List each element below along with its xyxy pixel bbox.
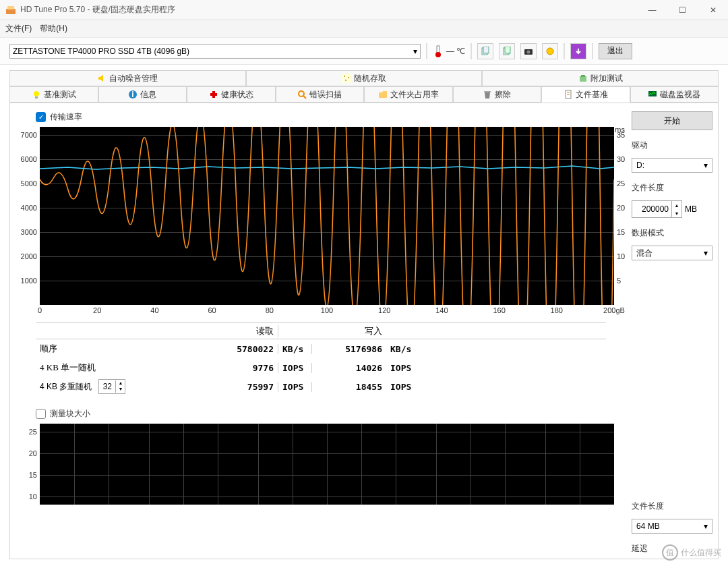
svg-rect-21: [210, 93, 217, 96]
block-size-checkbox[interactable]: [36, 409, 46, 419]
block-size-checkbox-row: 测量块大小: [36, 408, 626, 420]
chart-transfer-rate: MB/s ms 7000 6000 5000 4000 3000 2000 10…: [16, 127, 626, 317]
filelen2-select[interactable]: 64 MB▾: [632, 519, 712, 534]
tab-benchmark[interactable]: 基准测试: [9, 86, 98, 103]
start-button[interactable]: 开始: [632, 111, 712, 130]
delay-label: 延迟: [632, 543, 712, 555]
filelen-unit: MB: [685, 204, 697, 214]
filelen-spinner[interactable]: ▲▼: [632, 200, 682, 218]
chart-lines: [40, 127, 614, 305]
health-icon: [209, 90, 218, 99]
temperature-value: — ℃: [446, 47, 465, 56]
options-button[interactable]: [542, 43, 558, 59]
tab-noise[interactable]: 自动噪音管理: [9, 70, 246, 86]
tab-erase[interactable]: 擦除: [453, 86, 542, 103]
info-icon: i: [128, 90, 138, 99]
drive-label: 驱动: [632, 140, 712, 151]
svg-rect-11: [342, 74, 351, 83]
tab-folder[interactable]: 文件夹占用率: [364, 86, 453, 103]
search-icon: [297, 90, 307, 99]
drive-letter-select[interactable]: D:▾: [632, 158, 712, 173]
folder-icon: [378, 90, 388, 99]
svg-rect-5: [483, 47, 489, 53]
queue-depth-spinner[interactable]: ▲▼: [98, 379, 125, 394]
row-4k-multi: 4 KB 多重随机 ▲▼ 75997 IOPS 18455 IOPS: [36, 377, 606, 396]
chevron-down-icon: ▾: [413, 47, 417, 56]
file-icon: [564, 90, 573, 99]
chevron-down-icon: ▾: [704, 248, 708, 258]
col-read: 读取: [204, 325, 278, 337]
row-4k-single: 4 KB 单一随机 9776 IOPS 14026 IOPS: [36, 358, 606, 377]
svg-point-13: [348, 77, 349, 78]
trash-icon: [483, 90, 492, 99]
menubar: 文件(F) 帮助(H): [0, 20, 728, 38]
extra-icon: [578, 74, 588, 83]
menu-help[interactable]: 帮助(H): [40, 23, 67, 34]
spin-up-icon[interactable]: ▲: [672, 201, 681, 209]
tab-health[interactable]: 健康状态: [187, 86, 276, 103]
svg-point-3: [435, 52, 441, 57]
tab-random[interactable]: 随机存取: [246, 70, 483, 86]
titlebar: HD Tune Pro 5.70 - 硬盘/固态硬盘实用程序 — ☐ ✕: [0, 0, 728, 20]
app-icon: [5, 5, 16, 16]
svg-rect-15: [580, 76, 586, 82]
menu-file[interactable]: 文件(F): [5, 23, 32, 34]
sidebar: 开始 驱动 D:▾ 文件长度 ▲▼ MB 数据模式 混合▾ 文件长度 64 MB…: [632, 111, 712, 555]
speaker-icon: [97, 74, 107, 83]
spin-down-icon[interactable]: ▼: [115, 387, 125, 393]
tab-file-benchmark[interactable]: 文件基准: [541, 86, 630, 103]
chevron-down-icon: ▾: [704, 161, 708, 170]
col-write: 写入: [312, 325, 386, 337]
temperature-display: — ℃: [433, 45, 465, 58]
window-title: HD Tune Pro 5.70 - 硬盘/固态硬盘实用程序: [20, 4, 637, 16]
chevron-down-icon: ▾: [704, 521, 708, 531]
filelen-label: 文件长度: [632, 182, 712, 194]
tabs-top: 自动噪音管理 随机存取 附加测试: [9, 70, 719, 86]
spin-down-icon[interactable]: ▼: [672, 209, 681, 217]
tab-monitor[interactable]: 磁盘监视器: [630, 86, 719, 103]
screenshot-button[interactable]: [520, 43, 537, 59]
tab-error[interactable]: 错误扫描: [276, 86, 365, 103]
tabs-bottom: 基准测试 i信息 健康状态 错误扫描 文件夹占用率 擦除 文件基准 磁盘监视器: [9, 86, 719, 103]
main-panel: ✓ 传输速率 MB/s ms 7000 6000 5000 4000 3000 …: [9, 103, 719, 559]
chart-block-size: MB/s read write 25 20 15 10: [16, 424, 626, 505]
close-button[interactable]: ✕: [698, 0, 728, 20]
datamode-select[interactable]: 混合▾: [632, 246, 712, 260]
svg-rect-24: [484, 91, 491, 92]
svg-rect-1: [7, 6, 14, 9]
copy-text-button[interactable]: [477, 43, 493, 59]
svg-point-14: [345, 80, 346, 81]
thermometer-icon: [433, 45, 444, 58]
content-area: 自动噪音管理 随机存取 附加测试 基准测试 i信息 健康状态 错误扫描 文件夹占…: [0, 65, 728, 566]
svg-text:i: i: [132, 90, 134, 99]
svg-rect-0: [6, 9, 16, 14]
svg-rect-17: [35, 96, 38, 98]
block-size-label: 测量块大小: [50, 408, 90, 420]
svg-point-12: [344, 76, 345, 77]
datamode-label: 数据模式: [632, 227, 712, 239]
bulb-icon: [32, 90, 41, 99]
drive-select[interactable]: ZETTASTONE TP4000 PRO SSD 4TB (4096 gB) …: [9, 44, 421, 59]
transfer-rate-checkbox-row: ✓ 传输速率: [36, 111, 626, 123]
save-button[interactable]: [570, 43, 586, 59]
random-icon: [342, 74, 351, 83]
svg-rect-7: [505, 47, 510, 53]
drive-select-value: ZETTASTONE TP4000 PRO SSD 4TB (4096 gB): [13, 47, 189, 56]
spin-up-icon[interactable]: ▲: [115, 380, 125, 387]
monitor-icon: [648, 90, 657, 99]
copy-info-button[interactable]: [499, 43, 515, 59]
filelen2-label: 文件长度: [632, 501, 712, 512]
svg-point-16: [34, 91, 39, 96]
tab-extra[interactable]: 附加测试: [482, 70, 719, 86]
exit-button[interactable]: 退出: [599, 43, 632, 59]
maximize-button[interactable]: ☐: [667, 0, 698, 20]
results-table: 读取 写入 顺序 5780022 KB/s 5176986 KB/s 4 KB …: [36, 322, 606, 396]
tab-info[interactable]: i信息: [98, 86, 187, 103]
svg-point-9: [527, 50, 530, 53]
transfer-rate-label: 传输速率: [50, 111, 82, 123]
toolbar: ZETTASTONE TP4000 PRO SSD 4TB (4096 gB) …: [0, 38, 728, 65]
row-sequential: 顺序 5780022 KB/s 5176986 KB/s: [36, 339, 606, 358]
svg-point-10: [547, 48, 553, 55]
transfer-rate-checkbox[interactable]: ✓: [36, 112, 46, 122]
minimize-button[interactable]: —: [637, 0, 667, 20]
